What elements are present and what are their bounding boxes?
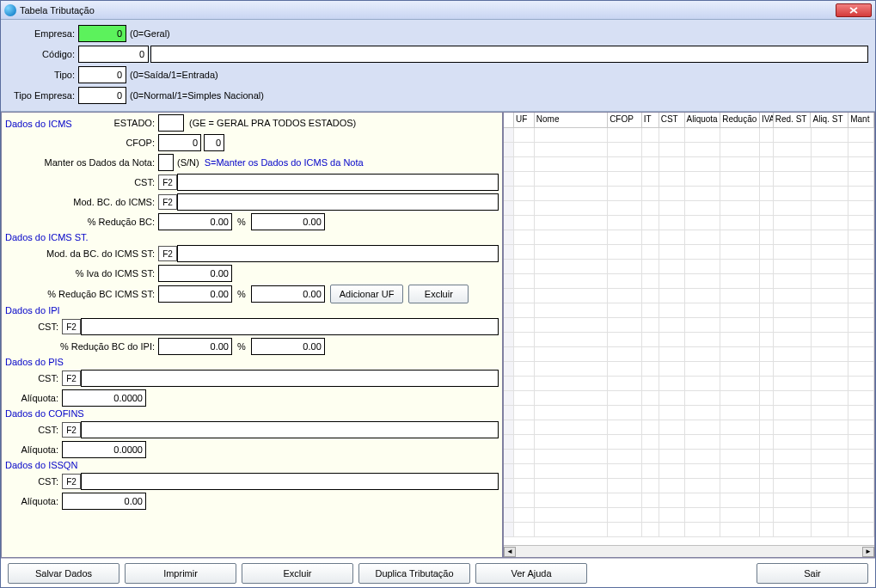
estado-input[interactable] xyxy=(158,114,184,132)
empresa-input[interactable] xyxy=(78,25,126,42)
icmsst-modbc-desc[interactable] xyxy=(177,245,499,262)
cofins-aliq-label: Alíquota: xyxy=(5,444,62,455)
grid-col-aliquota[interactable]: Aliquota xyxy=(685,113,721,127)
codigo-input[interactable] xyxy=(78,46,149,63)
table-row[interactable] xyxy=(504,216,874,230)
table-row[interactable] xyxy=(504,464,874,479)
scroll-right-icon[interactable]: ► xyxy=(862,547,874,557)
grid-col-aliq-st[interactable]: Aliq. ST xyxy=(811,113,848,127)
ipi-reducao-input[interactable] xyxy=(158,338,232,355)
print-button[interactable]: Imprimir xyxy=(125,563,236,584)
close-button[interactable] xyxy=(836,3,872,17)
header-area: Empresa: (0=Geral) Código: Tipo: (0=Saíd… xyxy=(1,20,875,112)
table-row[interactable] xyxy=(504,362,874,377)
f2-icms-cst[interactable]: F2 xyxy=(158,175,177,190)
table-row[interactable] xyxy=(504,479,874,493)
tipo-empresa-note: (0=Normal/1=Simples Nacional) xyxy=(130,90,264,101)
grid-col-it[interactable]: IT xyxy=(642,113,659,127)
tipo-empresa-input[interactable] xyxy=(78,87,126,104)
f2-issqn-cst[interactable]: F2 xyxy=(62,474,81,489)
table-row[interactable] xyxy=(504,274,874,289)
table-row[interactable] xyxy=(504,172,874,187)
exit-button[interactable]: Sair xyxy=(757,563,868,584)
issqn-cst-desc[interactable] xyxy=(81,473,499,490)
grid-col-iva[interactable]: IVA xyxy=(760,113,774,127)
ipi-reducao-input2[interactable] xyxy=(251,338,325,355)
grid-col-cfop[interactable]: CFOP xyxy=(608,113,642,127)
table-row[interactable] xyxy=(504,128,874,143)
save-button[interactable]: Salvar Dados xyxy=(8,563,119,584)
icms-reducao-input2[interactable] xyxy=(251,213,325,230)
tipo-label: Tipo: xyxy=(8,70,78,80)
st-delete-button[interactable]: Excluir xyxy=(408,285,469,303)
f2-ipi-cst[interactable]: F2 xyxy=(62,319,81,334)
delete-button[interactable]: Excluir xyxy=(242,563,353,584)
cfop-input[interactable] xyxy=(158,134,201,151)
table-row[interactable] xyxy=(504,143,874,157)
table-row[interactable] xyxy=(504,245,874,260)
table-row[interactable] xyxy=(504,391,874,406)
issqn-cst-label: CST: xyxy=(5,476,62,487)
table-row[interactable] xyxy=(504,435,874,450)
scroll-left-icon[interactable]: ◄ xyxy=(504,547,516,557)
ipi-reducao-label: % Redução BC do IPI: xyxy=(5,341,158,352)
table-row[interactable] xyxy=(504,377,874,391)
tipo-input[interactable] xyxy=(78,66,126,83)
table-row[interactable] xyxy=(504,508,874,523)
table-row[interactable] xyxy=(504,450,874,464)
ipi-cst-desc[interactable] xyxy=(81,318,499,335)
right-panel: UFNomeCFOPITCSTAliquotaReduçãoIVARed. ST… xyxy=(503,112,875,558)
table-row[interactable] xyxy=(504,289,874,303)
globe-icon xyxy=(4,4,16,16)
f2-pis-cst[interactable]: F2 xyxy=(62,371,81,386)
table-row[interactable] xyxy=(504,303,874,318)
table-row[interactable] xyxy=(504,493,874,508)
table-row[interactable] xyxy=(504,157,874,172)
table-row[interactable] xyxy=(504,333,874,347)
grid-col-mant[interactable]: Mant xyxy=(848,113,874,127)
pis-cst-desc[interactable] xyxy=(81,370,499,387)
duplicate-button[interactable]: Duplica Tributação xyxy=(358,563,470,584)
f2-icms-modbc[interactable]: F2 xyxy=(158,194,177,210)
table-row[interactable] xyxy=(504,420,874,435)
icmsst-iva-input[interactable] xyxy=(158,265,232,282)
table-row[interactable] xyxy=(504,260,874,274)
grid-col-red-st[interactable]: Red. ST xyxy=(774,113,812,127)
grid-col-nome[interactable]: Nome xyxy=(535,113,608,127)
pis-aliq-input[interactable] xyxy=(62,389,146,407)
section-cofins: Dados do COFINS xyxy=(5,408,499,419)
icms-cst-desc[interactable] xyxy=(177,174,499,191)
grid-body xyxy=(504,128,874,545)
icms-modbc-desc[interactable] xyxy=(177,193,499,211)
table-row[interactable] xyxy=(504,406,874,420)
cofins-cst-desc[interactable] xyxy=(81,421,499,438)
horizontal-scrollbar[interactable]: ◄ ► xyxy=(504,545,874,557)
cfop-sub-input[interactable] xyxy=(204,134,224,151)
manter-input[interactable] xyxy=(158,154,174,171)
section-issqn: Dados do ISSQN xyxy=(5,460,499,470)
table-row[interactable] xyxy=(504,523,874,537)
table-row[interactable] xyxy=(504,230,874,245)
f2-cofins-cst[interactable]: F2 xyxy=(62,422,81,438)
f2-icmsst-modbc[interactable]: F2 xyxy=(158,246,177,261)
grid[interactable]: UFNomeCFOPITCSTAliquotaReduçãoIVARed. ST… xyxy=(504,113,874,557)
help-button[interactable]: Ver Ajuda xyxy=(475,563,587,584)
issqn-aliq-input[interactable] xyxy=(62,493,146,510)
cofins-aliq-input[interactable] xyxy=(62,441,146,458)
icmsst-reducao-input[interactable] xyxy=(158,285,232,303)
codigo-desc-input[interactable] xyxy=(150,46,868,63)
icms-reducao-input[interactable] xyxy=(158,213,232,230)
add-uf-button[interactable]: Adicionar UF xyxy=(330,285,404,303)
table-row[interactable] xyxy=(504,187,874,201)
grid-col-cst[interactable]: CST xyxy=(659,113,685,127)
table-row[interactable] xyxy=(504,318,874,333)
main-window: Tabela Tributação Empresa: (0=Geral) Cód… xyxy=(0,0,876,588)
table-row[interactable] xyxy=(504,201,874,216)
issqn-aliq-label: Alíquota: xyxy=(5,496,62,506)
table-row[interactable] xyxy=(504,347,874,362)
icmsst-reducao-input2[interactable] xyxy=(251,285,325,303)
grid-col-redu-o[interactable]: Redução xyxy=(720,113,760,127)
grid-col-uf[interactable]: UF xyxy=(514,113,535,127)
estado-note: (GE = GERAL PRA TODOS ESTADOS) xyxy=(189,118,356,128)
icmsst-reducao-label: % Redução BC ICMS ST: xyxy=(5,289,158,299)
